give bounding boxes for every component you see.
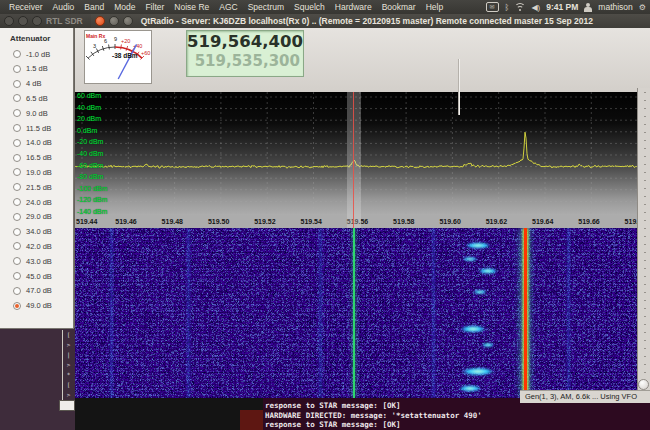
radio-icon[interactable] xyxy=(13,50,21,58)
attenuator-option[interactable]: 49.0 dB xyxy=(13,300,52,312)
zoom-slider[interactable] xyxy=(637,88,650,390)
radio-icon[interactable] xyxy=(13,80,21,88)
wifi-icon[interactable] xyxy=(515,3,525,11)
radio-icon[interactable] xyxy=(13,257,21,265)
clock[interactable]: 9:41 PM xyxy=(546,2,578,12)
attenuator-option[interactable]: -1.0 dB xyxy=(13,48,50,60)
frequency-axis-label: 519.44 xyxy=(76,215,97,228)
attenuator-title: Attenuator xyxy=(0,28,73,43)
separator xyxy=(458,59,459,115)
attenuator-option-label: 9.0 dB xyxy=(26,109,48,118)
radio-icon[interactable] xyxy=(13,242,21,250)
terminal-scrollbar[interactable] xyxy=(240,410,263,430)
menu-receiver[interactable]: Receiver xyxy=(4,2,48,12)
frequency-display[interactable]: 519,564,400 519,535,300 xyxy=(186,30,304,77)
attenuator-option[interactable]: 11.5 dB xyxy=(13,122,51,134)
attenuator-option-label: 14.0 dB xyxy=(26,138,52,147)
radio-icon[interactable] xyxy=(13,287,21,295)
menu-mode[interactable]: Mode xyxy=(109,2,140,12)
frequency-axis-label: 519.66 xyxy=(578,215,599,228)
menu-spectrum[interactable]: Spectrum xyxy=(243,2,289,12)
radio-icon[interactable] xyxy=(13,302,21,310)
attenuator-option[interactable]: 14.0 dB xyxy=(13,137,52,149)
waterfall-signal-blob xyxy=(456,324,490,334)
frequency-axis-label: 519.48 xyxy=(162,215,183,228)
attenuator-option[interactable]: 34.0 dB xyxy=(13,226,52,238)
radio-icon[interactable] xyxy=(13,139,21,147)
vfo-b-frequency[interactable]: 519,535,300 xyxy=(187,52,303,71)
close-icon[interactable] xyxy=(95,16,105,26)
attenuator-option[interactable]: 42.0 dB xyxy=(13,240,52,252)
radio-icon[interactable] xyxy=(13,213,21,221)
terminal-resize-handle[interactable] xyxy=(59,400,75,411)
waterfall-display[interactable] xyxy=(75,228,637,398)
attenuator-option[interactable]: 45.0 dB xyxy=(13,270,52,282)
radio-icon[interactable] xyxy=(13,168,21,176)
bluetooth-icon[interactable]: ᛒ xyxy=(505,3,510,12)
terminal-line: HARDWARE DIRECTED: message: '*setattenua… xyxy=(265,411,650,421)
terminal-line: response to STAR message: [OK] xyxy=(265,420,650,430)
radio-icon[interactable] xyxy=(13,65,21,73)
gear-icon[interactable]: ⚙ xyxy=(639,3,646,12)
bg-minimize-button[interactable] xyxy=(18,16,28,26)
menu-hardware[interactable]: Hardware xyxy=(330,2,377,12)
attenuator-option[interactable]: 9.0 dB xyxy=(13,107,48,119)
terminal-edge-text: [>|>*[> xyxy=(62,330,74,400)
radio-icon[interactable] xyxy=(13,154,21,162)
menu-band[interactable]: Band xyxy=(79,2,109,12)
menu-filter[interactable]: Filter xyxy=(140,2,169,12)
radio-icon[interactable] xyxy=(13,94,21,102)
qtradio-app: ReceiverAudioBandModeFilterNoise ReAGCSp… xyxy=(0,0,650,430)
radio-icon[interactable] xyxy=(13,183,21,191)
minimize-icon[interactable] xyxy=(109,16,119,26)
attenuator-option-label: 4 dB xyxy=(26,79,41,88)
waterfall-tuned-line xyxy=(353,228,355,398)
attenuator-option[interactable]: 24.0 dB xyxy=(13,196,52,208)
volume-icon[interactable]: ◀) xyxy=(531,3,540,12)
waterfall-faint-line xyxy=(187,228,190,398)
attenuator-option[interactable]: 19.0 dB xyxy=(13,166,52,178)
frequency-axis-label: 519.68 xyxy=(625,215,637,228)
menu-audio[interactable]: Audio xyxy=(48,2,80,12)
filter-passband[interactable] xyxy=(347,92,361,228)
attenuator-option[interactable]: 1.5 dB xyxy=(13,63,48,75)
waterfall-faint-line xyxy=(567,228,570,398)
attenuator-panel: Attenuator -1.0 dB1.5 dB4 dB6.5 dB9.0 dB… xyxy=(0,28,74,329)
attenuator-option-label: 24.0 dB xyxy=(26,198,52,207)
vfo-a-frequency[interactable]: 519,564,400 xyxy=(187,31,303,52)
mail-icon[interactable]: ✉ xyxy=(486,2,499,12)
menu-squelch[interactable]: Squelch xyxy=(289,2,330,12)
menu-agc[interactable]: AGC xyxy=(214,2,242,12)
qtradio-titlebar: QtRadio - Server: KJ6DZB localhost(Rx 0)… xyxy=(91,14,650,28)
menu-bookmar[interactable]: Bookmar xyxy=(377,2,421,12)
attenuator-option[interactable]: 43.0 dB xyxy=(13,255,52,267)
attenuator-option[interactable]: 47.0 dB xyxy=(13,285,52,297)
maximize-icon[interactable] xyxy=(123,16,133,26)
background-window-title[interactable]: RTL SDR xyxy=(46,16,83,26)
attenuator-option-label: 16.5 dB xyxy=(26,153,52,162)
radio-icon[interactable] xyxy=(13,198,21,206)
waterfall-signal-blob xyxy=(456,366,500,377)
menu-noise-re[interactable]: Noise Re xyxy=(169,2,214,12)
waterfall-signal-blob xyxy=(460,256,480,262)
bg-close-button[interactable] xyxy=(4,16,14,26)
bg-maximize-button[interactable] xyxy=(32,16,42,26)
attenuator-option[interactable]: 4 dB xyxy=(13,78,41,90)
attenuator-option-label: 19.0 dB xyxy=(26,168,52,177)
radio-icon[interactable] xyxy=(13,109,21,117)
radio-icon[interactable] xyxy=(13,272,21,280)
radio-icon[interactable] xyxy=(13,228,21,236)
attenuator-option[interactable]: 6.5 dB xyxy=(13,92,48,104)
menu-help[interactable]: Help xyxy=(421,2,448,12)
attenuator-option[interactable]: 16.5 dB xyxy=(13,152,52,164)
waterfall-signal-blob xyxy=(455,384,485,393)
attenuator-option-label: 47.0 dB xyxy=(26,286,52,295)
radio-icon[interactable] xyxy=(13,124,21,132)
username[interactable]: mathison xyxy=(598,2,633,12)
dbm-axis-label: -80 dBm xyxy=(77,173,103,180)
zoom-slider-handle[interactable] xyxy=(638,379,649,390)
dbm-axis-label: 20 dBm xyxy=(77,115,101,122)
attenuator-option[interactable]: 21.5 dB xyxy=(13,181,52,193)
svg-text:9: 9 xyxy=(114,36,117,42)
attenuator-option[interactable]: 29.0 dB xyxy=(13,211,52,223)
